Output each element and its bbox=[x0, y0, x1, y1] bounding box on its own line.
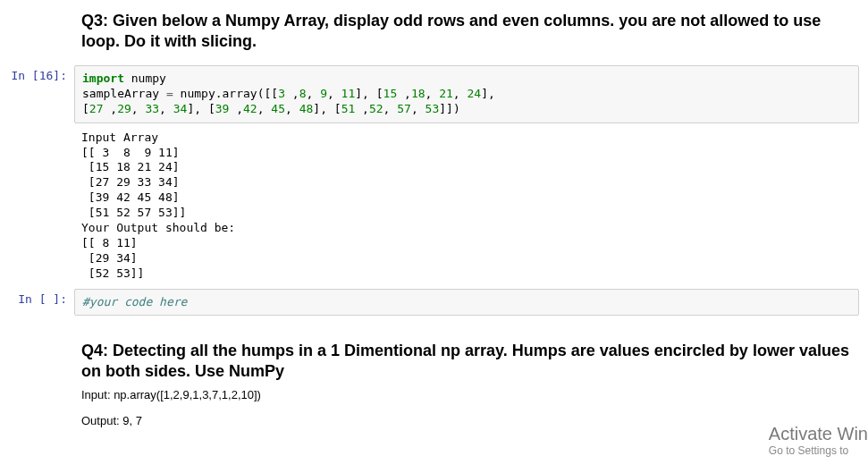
num: 48 bbox=[299, 102, 314, 115]
num: 39 bbox=[215, 102, 230, 115]
code-text: , bbox=[229, 102, 243, 115]
notebook: Q3: Given below a Numpy Array, display o… bbox=[0, 0, 868, 445]
code-text: , bbox=[257, 102, 272, 115]
num: 21 bbox=[439, 87, 453, 100]
code-text: , bbox=[327, 87, 341, 100]
markdown-prompt bbox=[0, 2, 74, 62]
num: 53 bbox=[426, 102, 440, 115]
operator-eq: = bbox=[166, 87, 173, 100]
markdown-prompt bbox=[0, 319, 74, 443]
code-text: numpy.array([[ bbox=[173, 87, 278, 100]
code-cell-16[interactable]: In [16]: import numpy sampleArray = nump… bbox=[0, 63, 868, 125]
code-text: , bbox=[397, 87, 411, 100]
markdown-cell-q4[interactable]: Q4: Detecting all the humps in a 1 Dimen… bbox=[0, 317, 868, 445]
code-text: , bbox=[453, 87, 468, 100]
module-name: numpy bbox=[124, 72, 166, 85]
code-text: , bbox=[355, 102, 369, 115]
code-text: ], [ bbox=[187, 102, 215, 115]
keyword-import: import bbox=[82, 72, 124, 85]
num: 11 bbox=[341, 87, 356, 100]
code-text: , bbox=[411, 102, 426, 115]
stdout-output: Input Array [[ 3 8 9 11] [15 18 21 24] [… bbox=[74, 127, 859, 285]
code-text: , bbox=[159, 102, 173, 115]
num: 52 bbox=[369, 102, 383, 115]
code-text: , bbox=[285, 102, 299, 115]
input-prompt: In [ ]: bbox=[0, 289, 74, 317]
num: 45 bbox=[271, 102, 285, 115]
num: 34 bbox=[173, 102, 188, 115]
num: 24 bbox=[468, 87, 482, 100]
comment-text: #your code here bbox=[82, 295, 187, 308]
output-prompt bbox=[0, 127, 74, 285]
input-prompt: In [16]: bbox=[0, 65, 74, 123]
q4-output-line: Output: 9, 7 bbox=[81, 414, 861, 427]
num: 42 bbox=[243, 102, 257, 115]
code-text: , bbox=[131, 102, 146, 115]
code-text: ]]) bbox=[439, 102, 459, 115]
markdown-cell-q3[interactable]: Q3: Given below a Numpy Array, display o… bbox=[0, 0, 868, 63]
num: 27 bbox=[89, 102, 104, 115]
code-text: ], [ bbox=[313, 102, 341, 115]
num: 3 bbox=[278, 87, 285, 100]
code-text: , bbox=[306, 87, 320, 100]
code-cell-empty[interactable]: In [ ]: #your code here bbox=[0, 287, 868, 318]
code-input-area[interactable]: import numpy sampleArray = numpy.array([… bbox=[74, 65, 859, 123]
code-text: , bbox=[383, 102, 398, 115]
num: 57 bbox=[397, 102, 411, 115]
num: 51 bbox=[341, 102, 356, 115]
q4-heading: Q4: Detecting all the humps in a 1 Dimen… bbox=[81, 341, 861, 381]
code-text: sampleArray bbox=[82, 87, 166, 100]
q4-input-line: Input: np.array([1,2,9,1,3,7,1,2,10]) bbox=[81, 388, 861, 401]
output-cell-16: Input Array [[ 3 8 9 11] [15 18 21 24] [… bbox=[0, 125, 868, 287]
code-text: ], [ bbox=[355, 87, 383, 100]
num: 15 bbox=[383, 87, 398, 100]
num: 29 bbox=[117, 102, 131, 115]
num: 33 bbox=[145, 102, 159, 115]
code-text: , bbox=[285, 87, 299, 100]
code-text: , bbox=[426, 87, 440, 100]
q3-heading: Q3: Given below a Numpy Array, display o… bbox=[81, 11, 861, 51]
code-input-area[interactable]: #your code here bbox=[74, 289, 859, 317]
num: 9 bbox=[320, 87, 327, 100]
num: 18 bbox=[411, 87, 426, 100]
code-text: , bbox=[103, 102, 117, 115]
